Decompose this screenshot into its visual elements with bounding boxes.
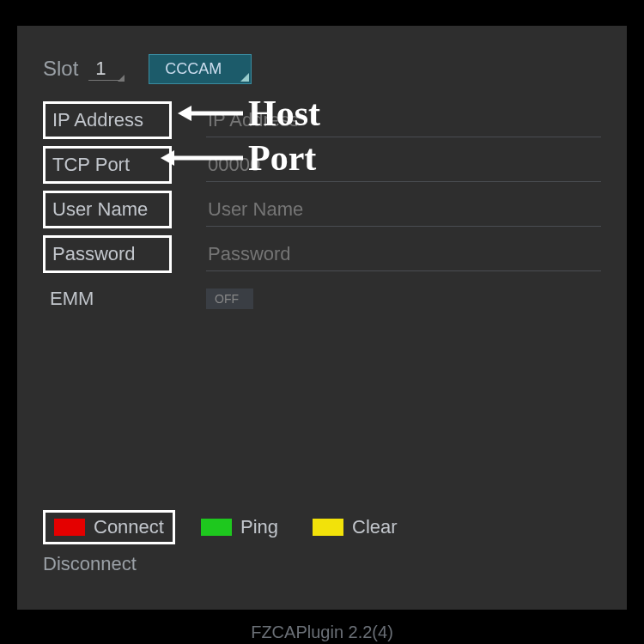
tcp-port-label: TCP Port [43,146,172,184]
emm-label: EMM [43,283,172,315]
connect-button[interactable]: Connect [43,510,175,544]
slot-label: Slot [43,57,78,81]
clear-button[interactable]: Clear [304,513,406,542]
green-swatch-icon [201,519,232,536]
ip-address-label: IP Address [43,101,172,139]
footer-version: FZCAPlugin 2.2(4) [0,623,644,642]
slot-selector[interactable]: 1 [88,58,123,81]
ip-address-input[interactable] [206,104,601,137]
red-swatch-icon [54,519,85,536]
user-name-label: User Name [43,191,172,228]
tcp-port-input[interactable] [206,149,601,182]
yellow-swatch-icon [313,519,343,536]
ping-button[interactable]: Ping [192,513,287,542]
disconnect-button[interactable]: Disconnect [43,553,601,575]
user-name-input[interactable] [206,193,601,227]
settings-panel: Slot 1 CCCAM IP Address TCP Port User Na… [17,26,627,610]
emm-toggle[interactable]: OFF [206,289,253,309]
password-label: Password [43,235,172,273]
protocol-dropdown[interactable]: CCCAM [149,54,252,84]
password-input[interactable] [206,238,601,271]
